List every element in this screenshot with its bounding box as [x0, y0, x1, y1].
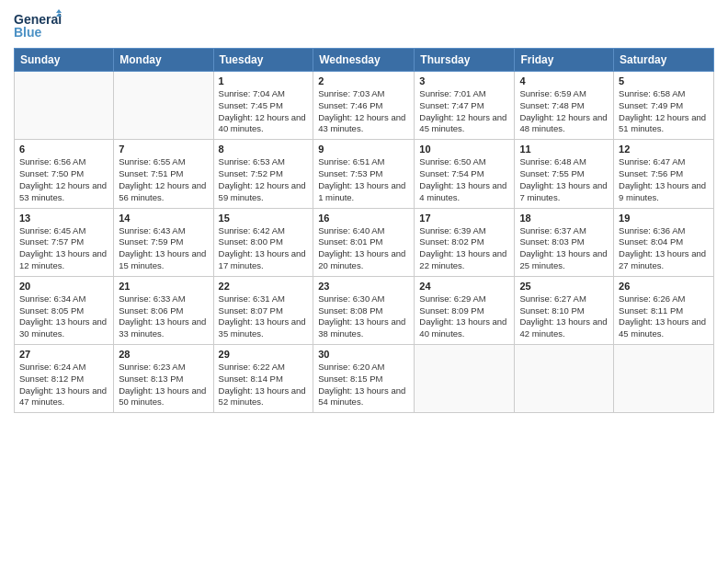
calendar-cell: 13Sunrise: 6:45 AM Sunset: 7:57 PM Dayli…: [15, 208, 114, 276]
calendar-cell: 30Sunrise: 6:20 AM Sunset: 8:15 PM Dayli…: [313, 345, 415, 413]
day-info: Sunrise: 6:58 AM Sunset: 7:49 PM Dayligh…: [619, 88, 709, 135]
calendar-cell: 2Sunrise: 7:03 AM Sunset: 7:46 PM Daylig…: [313, 72, 415, 140]
day-number: 9: [318, 144, 409, 155]
day-info: Sunrise: 6:43 AM Sunset: 7:59 PM Dayligh…: [119, 225, 208, 272]
week-row-4: 27Sunrise: 6:24 AM Sunset: 8:12 PM Dayli…: [15, 345, 714, 413]
calendar-cell: 11Sunrise: 6:48 AM Sunset: 7:55 PM Dayli…: [515, 140, 614, 208]
day-number: 29: [219, 349, 309, 360]
day-info: Sunrise: 6:26 AM Sunset: 8:11 PM Dayligh…: [619, 293, 709, 340]
calendar-cell: 28Sunrise: 6:23 AM Sunset: 8:13 PM Dayli…: [114, 345, 213, 413]
day-number: 24: [419, 281, 509, 292]
calendar-cell: 12Sunrise: 6:47 AM Sunset: 7:56 PM Dayli…: [614, 140, 714, 208]
day-number: 6: [19, 144, 108, 155]
day-number: 12: [619, 144, 709, 155]
logo-svg: General Blue: [14, 9, 62, 42]
col-header-wednesday: Wednesday: [313, 49, 415, 72]
day-number: 2: [318, 75, 409, 86]
calendar-cell: 18Sunrise: 6:37 AM Sunset: 8:03 PM Dayli…: [515, 208, 614, 276]
day-info: Sunrise: 6:31 AM Sunset: 8:07 PM Dayligh…: [219, 293, 309, 340]
day-info: Sunrise: 6:34 AM Sunset: 8:05 PM Dayligh…: [19, 293, 108, 340]
calendar-header-row: SundayMondayTuesdayWednesdayThursdayFrid…: [15, 49, 714, 72]
calendar-cell: 5Sunrise: 6:58 AM Sunset: 7:49 PM Daylig…: [614, 72, 714, 140]
calendar-cell: 22Sunrise: 6:31 AM Sunset: 8:07 PM Dayli…: [213, 276, 313, 344]
day-info: Sunrise: 7:04 AM Sunset: 7:45 PM Dayligh…: [219, 88, 309, 135]
day-info: Sunrise: 6:59 AM Sunset: 7:48 PM Dayligh…: [519, 88, 609, 135]
week-row-1: 6Sunrise: 6:56 AM Sunset: 7:50 PM Daylig…: [15, 140, 714, 208]
calendar-cell: 17Sunrise: 6:39 AM Sunset: 8:02 PM Dayli…: [415, 208, 515, 276]
day-number: 14: [119, 213, 208, 224]
calendar-cell: 26Sunrise: 6:26 AM Sunset: 8:11 PM Dayli…: [614, 276, 714, 344]
week-row-2: 13Sunrise: 6:45 AM Sunset: 7:57 PM Dayli…: [15, 208, 714, 276]
calendar-cell: [614, 345, 714, 413]
day-info: Sunrise: 7:03 AM Sunset: 7:46 PM Dayligh…: [318, 88, 409, 135]
calendar-cell: 19Sunrise: 6:36 AM Sunset: 8:04 PM Dayli…: [614, 208, 714, 276]
page-container: General Blue SundayMondayTuesdayWednesda…: [0, 0, 728, 422]
col-header-tuesday: Tuesday: [213, 49, 313, 72]
col-header-monday: Monday: [114, 49, 213, 72]
day-info: Sunrise: 6:48 AM Sunset: 7:55 PM Dayligh…: [519, 156, 609, 203]
day-number: 1: [219, 75, 309, 86]
calendar-cell: 29Sunrise: 6:22 AM Sunset: 8:14 PM Dayli…: [213, 345, 313, 413]
calendar-cell: 16Sunrise: 6:40 AM Sunset: 8:01 PM Dayli…: [313, 208, 415, 276]
svg-text:Blue: Blue: [14, 25, 42, 40]
day-number: 3: [419, 75, 509, 86]
calendar-cell: 8Sunrise: 6:53 AM Sunset: 7:52 PM Daylig…: [213, 140, 313, 208]
day-number: 4: [519, 75, 609, 86]
day-info: Sunrise: 6:56 AM Sunset: 7:50 PM Dayligh…: [19, 156, 108, 203]
day-number: 22: [219, 281, 309, 292]
calendar-cell: 4Sunrise: 6:59 AM Sunset: 7:48 PM Daylig…: [515, 72, 614, 140]
day-info: Sunrise: 6:30 AM Sunset: 8:08 PM Dayligh…: [318, 293, 409, 340]
day-number: 18: [519, 213, 609, 224]
calendar-cell: 7Sunrise: 6:55 AM Sunset: 7:51 PM Daylig…: [114, 140, 213, 208]
day-number: 11: [519, 144, 609, 155]
day-info: Sunrise: 7:01 AM Sunset: 7:47 PM Dayligh…: [419, 88, 509, 135]
calendar-cell: 10Sunrise: 6:50 AM Sunset: 7:54 PM Dayli…: [415, 140, 515, 208]
day-number: 17: [419, 213, 509, 224]
day-number: 23: [318, 281, 409, 292]
calendar-cell: 25Sunrise: 6:27 AM Sunset: 8:10 PM Dayli…: [515, 276, 614, 344]
calendar-cell: [114, 72, 213, 140]
day-info: Sunrise: 6:55 AM Sunset: 7:51 PM Dayligh…: [119, 156, 208, 203]
day-info: Sunrise: 6:23 AM Sunset: 8:13 PM Dayligh…: [119, 362, 208, 408]
day-info: Sunrise: 6:45 AM Sunset: 7:57 PM Dayligh…: [19, 225, 108, 272]
day-number: 30: [318, 349, 409, 360]
svg-marker-2: [56, 9, 62, 13]
day-info: Sunrise: 6:27 AM Sunset: 8:10 PM Dayligh…: [519, 293, 609, 340]
calendar-cell: 23Sunrise: 6:30 AM Sunset: 8:08 PM Dayli…: [313, 276, 415, 344]
day-number: 13: [19, 213, 108, 224]
day-number: 15: [219, 213, 309, 224]
day-info: Sunrise: 6:51 AM Sunset: 7:53 PM Dayligh…: [318, 156, 409, 203]
day-number: 26: [619, 281, 709, 292]
calendar-cell: 3Sunrise: 7:01 AM Sunset: 7:47 PM Daylig…: [415, 72, 515, 140]
calendar-cell: 21Sunrise: 6:33 AM Sunset: 8:06 PM Dayli…: [114, 276, 213, 344]
day-info: Sunrise: 6:37 AM Sunset: 8:03 PM Dayligh…: [519, 225, 609, 272]
day-info: Sunrise: 6:40 AM Sunset: 8:01 PM Dayligh…: [318, 225, 409, 272]
calendar-cell: 14Sunrise: 6:43 AM Sunset: 7:59 PM Dayli…: [114, 208, 213, 276]
day-info: Sunrise: 6:24 AM Sunset: 8:12 PM Dayligh…: [19, 362, 108, 408]
day-number: 7: [119, 144, 208, 155]
day-info: Sunrise: 6:53 AM Sunset: 7:52 PM Dayligh…: [219, 156, 309, 203]
day-info: Sunrise: 6:33 AM Sunset: 8:06 PM Dayligh…: [119, 293, 208, 340]
calendar-cell: [515, 345, 614, 413]
calendar-cell: 6Sunrise: 6:56 AM Sunset: 7:50 PM Daylig…: [15, 140, 114, 208]
day-info: Sunrise: 6:29 AM Sunset: 8:09 PM Dayligh…: [419, 293, 509, 340]
header: General Blue: [14, 9, 714, 42]
calendar-cell: 1Sunrise: 7:04 AM Sunset: 7:45 PM Daylig…: [213, 72, 313, 140]
day-number: 28: [119, 349, 208, 360]
day-info: Sunrise: 6:22 AM Sunset: 8:14 PM Dayligh…: [219, 362, 309, 408]
day-number: 25: [519, 281, 609, 292]
calendar-cell: 24Sunrise: 6:29 AM Sunset: 8:09 PM Dayli…: [415, 276, 515, 344]
day-number: 10: [419, 144, 509, 155]
day-number: 5: [619, 75, 709, 86]
day-number: 16: [318, 213, 409, 224]
calendar-cell: [415, 345, 515, 413]
day-info: Sunrise: 6:20 AM Sunset: 8:15 PM Dayligh…: [318, 362, 409, 408]
calendar-cell: 9Sunrise: 6:51 AM Sunset: 7:53 PM Daylig…: [313, 140, 415, 208]
day-number: 21: [119, 281, 208, 292]
calendar-cell: 27Sunrise: 6:24 AM Sunset: 8:12 PM Dayli…: [15, 345, 114, 413]
calendar: SundayMondayTuesdayWednesdayThursdayFrid…: [14, 48, 714, 413]
col-header-sunday: Sunday: [15, 49, 114, 72]
day-info: Sunrise: 6:36 AM Sunset: 8:04 PM Dayligh…: [619, 225, 709, 272]
day-number: 8: [219, 144, 309, 155]
col-header-saturday: Saturday: [614, 49, 714, 72]
